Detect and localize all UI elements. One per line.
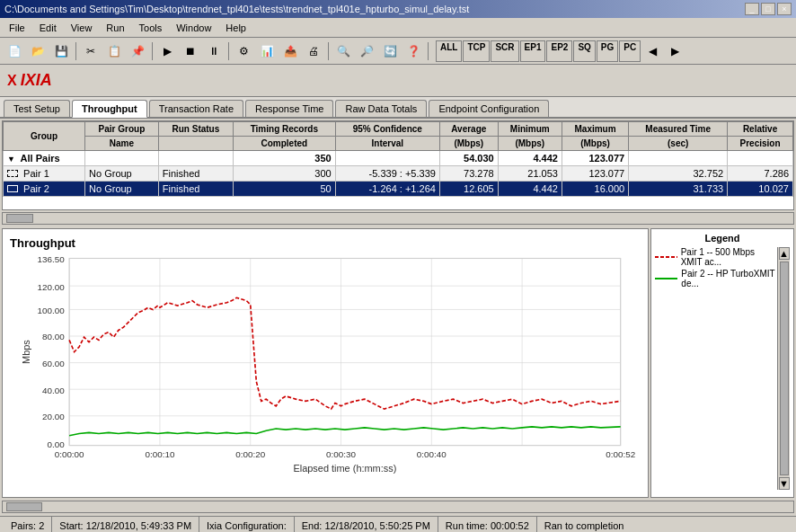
legend-label-pair1: Pair 1 -- 500 Mbps XMIT ac...	[681, 247, 777, 267]
menu-tools[interactable]: Tools	[134, 21, 168, 35]
all-pairs-minimum: 4.442	[498, 151, 562, 166]
throughput-chart: 136.50 120.00 100.00 80.00 60.00 40.00 2…	[10, 253, 641, 480]
tab-endpoint-configuration[interactable]: Endpoint Configuration	[429, 100, 549, 117]
col-measured-time-2: (sec)	[629, 137, 728, 151]
save-button[interactable]: 💾	[50, 40, 72, 62]
proto-scroll-right[interactable]: ▶	[664, 40, 685, 62]
svg-rect-0	[69, 258, 621, 445]
pair2-average: 12.605	[439, 182, 498, 197]
svg-text:0.00: 0.00	[47, 439, 65, 449]
col-relative-precision-2: Precision	[728, 137, 793, 151]
all-pairs-confidence	[335, 151, 439, 166]
separator-5	[428, 42, 429, 60]
stop-button[interactable]: ⏹	[180, 40, 201, 62]
col-group: Group	[4, 122, 85, 151]
ixia-logo: IXIA	[21, 71, 52, 90]
tab-transaction-rate[interactable]: Transaction Rate	[149, 100, 243, 117]
help-icon-button[interactable]: ❓	[402, 40, 424, 62]
proto-scroll-left[interactable]: ◀	[641, 40, 663, 62]
table-row[interactable]: Pair 1 No Group Finished 300 -5.339 : +5…	[4, 166, 793, 182]
chart-area: Throughput	[2, 228, 794, 498]
pair1-precision: 7.286	[728, 166, 793, 182]
svg-text:Elapsed time (h:mm:ss): Elapsed time (h:mm:ss)	[293, 463, 396, 474]
proto-all[interactable]: ALL	[436, 40, 462, 62]
col-timing-records: Timing Records	[234, 122, 336, 137]
minimize-button[interactable]: _	[745, 3, 759, 15]
pair2-precision: 10.027	[728, 182, 793, 197]
collapse-icon[interactable]: ▼	[7, 155, 15, 164]
proto-ep1[interactable]: EP1	[520, 40, 546, 62]
legend-title: Legend	[655, 233, 790, 244]
paste-button[interactable]: 📌	[127, 40, 148, 62]
tab-throughput[interactable]: Throughput	[72, 100, 147, 118]
main-toolbar: 📄 📂 💾 ✂ 📋 📌 ▶ ⏹ ⏸ ⚙ 📊 📤 🖨 🔍 🔎 🔄 ❓ ALL TC…	[0, 38, 796, 65]
cut-button[interactable]: ✂	[80, 40, 102, 62]
col-timing-records-2: Completed	[234, 137, 336, 151]
copy-button[interactable]: 📋	[103, 40, 125, 62]
proto-ep2[interactable]: EP2	[546, 40, 572, 62]
col-pair-group-name-2: Name	[85, 137, 159, 151]
pair1-group: No Group	[85, 166, 159, 182]
legend-scroll-thumb	[780, 262, 789, 475]
separator-4	[328, 42, 329, 60]
tab-raw-data-totals[interactable]: Raw Data Totals	[335, 100, 427, 117]
status-completion: Ran to completion	[537, 517, 632, 532]
separator-1	[75, 42, 76, 60]
col-average-2: (Mbps)	[439, 137, 498, 151]
bottom-scrollbar-area	[2, 500, 794, 514]
col-minimum-2: (Mbps)	[498, 137, 562, 151]
tab-response-time[interactable]: Response Time	[245, 100, 333, 117]
col-average: Average	[439, 122, 498, 137]
pair2-minimum: 4.442	[498, 182, 562, 197]
col-confidence: 95% Confidence	[335, 122, 439, 137]
pair1-measured: 32.752	[629, 166, 728, 182]
protocol-buttons: ALL TCP SCR EP1 EP2 SQ PG PC ◀ ▶	[436, 40, 685, 62]
zoom-out-button[interactable]: 🔎	[356, 40, 377, 62]
proto-scr[interactable]: SCR	[491, 40, 518, 62]
legend-container: Legend Pair 1 -- 500 Mbps XMIT ac... P	[650, 228, 794, 498]
table-row[interactable]: ▼ All Pairs 350 54.030 4.442 123.077	[4, 151, 793, 166]
proto-sq[interactable]: SQ	[573, 40, 595, 62]
proto-tcp[interactable]: TCP	[463, 40, 490, 62]
close-button[interactable]: ×	[777, 3, 792, 15]
settings-button[interactable]: ⚙	[233, 40, 254, 62]
svg-text:40.00: 40.00	[42, 386, 65, 395]
col-maximum: Maximum	[562, 122, 628, 137]
pause-button[interactable]: ⏸	[203, 40, 225, 62]
menu-view[interactable]: View	[66, 21, 98, 35]
all-pairs-label: ▼ All Pairs	[4, 151, 85, 166]
refresh-button[interactable]: 🔄	[379, 40, 401, 62]
pair2-timing: 50	[234, 182, 336, 197]
menu-window[interactable]: Window	[171, 21, 217, 35]
new-button[interactable]: 📄	[4, 40, 25, 62]
chart-h-scrollbar[interactable]	[2, 501, 794, 513]
tab-test-setup[interactable]: Test Setup	[4, 100, 70, 117]
col-minimum: Minimum	[498, 122, 562, 137]
zoom-in-button[interactable]: 🔍	[332, 40, 354, 62]
col-run-status-2	[158, 137, 233, 151]
proto-pg[interactable]: PG	[597, 40, 618, 62]
maximize-button[interactable]: □	[761, 3, 775, 15]
all-pairs-measured	[629, 151, 728, 166]
menu-edit[interactable]: Edit	[34, 21, 62, 35]
svg-text:0:00:40: 0:00:40	[417, 449, 447, 459]
table-row[interactable]: Pair 2 No Group Finished 50 -1.264 : +1.…	[4, 182, 793, 197]
print-button[interactable]: 🖨	[303, 40, 324, 62]
chart-button[interactable]: 📊	[256, 40, 278, 62]
run-button[interactable]: ▶	[156, 40, 178, 62]
window-title: C:\Documents and Settings\Tim\Desktop\tr…	[4, 4, 469, 14]
pair1-maximum: 123.077	[562, 166, 628, 182]
export-button[interactable]: 📤	[279, 40, 301, 62]
proto-pc[interactable]: PC	[619, 40, 641, 62]
scrollbar-thumb[interactable]	[6, 214, 33, 223]
chart-scroll-thumb[interactable]	[6, 502, 42, 511]
legend-scroll-down[interactable]: ▼	[779, 477, 790, 490]
col-measured-time: Measured Time	[629, 122, 728, 137]
menu-help[interactable]: Help	[220, 21, 252, 35]
main-content: Group Pair Group Run Status Timing Recor…	[0, 119, 796, 516]
open-button[interactable]: 📂	[27, 40, 49, 62]
horizontal-scrollbar[interactable]	[2, 212, 794, 225]
menu-file[interactable]: File	[4, 21, 31, 35]
legend-scroll-up[interactable]: ▲	[779, 247, 790, 260]
menu-run[interactable]: Run	[101, 21, 129, 35]
